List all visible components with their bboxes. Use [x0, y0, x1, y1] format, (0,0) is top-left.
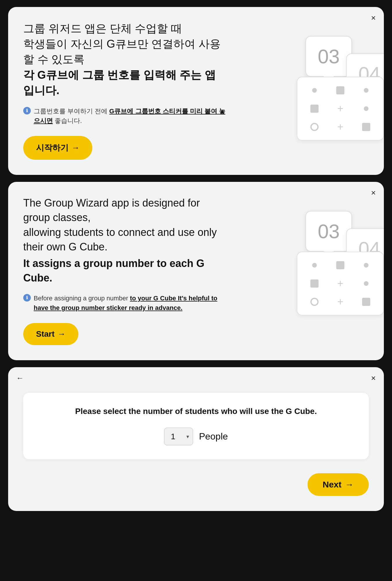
grid-square: [310, 105, 319, 113]
cube-grid-2: + +: [297, 252, 383, 315]
info-icon-2: ℹ: [23, 294, 31, 302]
people-label: People: [199, 431, 228, 442]
next-button[interactable]: Next →: [308, 473, 369, 496]
arrow-icon: →: [71, 143, 80, 153]
info-box-english: ℹ Before assigning a group number to you…: [23, 293, 226, 313]
grid-plus: +: [337, 121, 343, 133]
grid-plus: +: [337, 277, 343, 290]
grid-square: [336, 261, 344, 269]
grid-square: [336, 86, 344, 94]
cube-grid: + +: [297, 77, 383, 140]
title-korean: 그룹 위저드 앱은 단체 수업할 때 학생들이 자신의 G큐브만 연결하여 사용…: [23, 21, 226, 98]
info-icon: ℹ: [23, 107, 31, 114]
title-english: The Group Wizard app is designed for gro…: [23, 196, 226, 285]
grid-dot: [312, 88, 317, 93]
grid-circle: [310, 123, 319, 131]
grid-dot: [364, 263, 368, 268]
start-button-korean[interactable]: 시작하기 →: [23, 136, 92, 160]
grid-dot: [364, 88, 368, 93]
close-button-3[interactable]: ×: [371, 374, 376, 382]
info-text-english: Before assigning a group number to your …: [34, 293, 226, 313]
grid-square: [362, 298, 370, 306]
arrow-icon-3: →: [345, 480, 354, 489]
people-selector: 1 2 3 4 5 6 7 8 9 10 ▾ People: [164, 428, 228, 445]
cube-card-large-2: + +: [297, 252, 384, 315]
start-button-english[interactable]: Start →: [23, 323, 78, 345]
close-button-2[interactable]: ×: [371, 189, 376, 197]
cube-card-large-1: + +: [297, 77, 384, 141]
grid-dot: [312, 263, 317, 268]
arrow-icon-2: →: [57, 329, 66, 339]
grid-plus: +: [337, 103, 343, 115]
grid-square: [310, 279, 319, 288]
grid-circle: [310, 298, 319, 306]
panel-select: ← × Please select the number of students…: [8, 367, 384, 511]
panel-korean: × 그룹 위저드 앱은 단체 수업할 때 학생들이 자신의 G큐브만 연결하여 …: [8, 7, 384, 175]
grid-dot: [364, 281, 368, 286]
panel-english: × The Group Wizard app is designed for g…: [8, 182, 384, 360]
info-box-korean: ℹ 그룹번호를 부여하기 전에 G큐브에 그룹번호 스티커를 미리 붙여 놓으시…: [23, 106, 226, 125]
cube-card-03b: 03: [305, 211, 352, 252]
select-wrapper[interactable]: 1 2 3 4 5 6 7 8 9 10 ▾: [164, 428, 193, 445]
grid-plus: +: [337, 296, 343, 308]
cube-decoration-1: 03 04 + +: [279, 36, 384, 141]
cube-card-04: 04: [346, 53, 384, 94]
select-card: Please select the number of students who…: [23, 393, 369, 459]
grid-square: [362, 123, 370, 131]
select-question: Please select the number of students who…: [75, 407, 317, 416]
people-select[interactable]: 1 2 3 4 5 6 7 8 9 10: [164, 428, 193, 445]
button-row: Next →: [23, 473, 369, 496]
cube-card-03: 03: [305, 36, 352, 77]
cube-card-04b: 04: [346, 228, 384, 269]
grid-dot: [364, 106, 368, 111]
info-text-korean: 그룹번호를 부여하기 전에 G큐브에 그룹번호 스티커를 미리 붙여 놓으시면 …: [34, 106, 226, 125]
cube-decoration-2: 03 04 + +: [279, 211, 384, 315]
back-button[interactable]: ←: [16, 374, 24, 382]
close-button-1[interactable]: ×: [371, 14, 376, 22]
